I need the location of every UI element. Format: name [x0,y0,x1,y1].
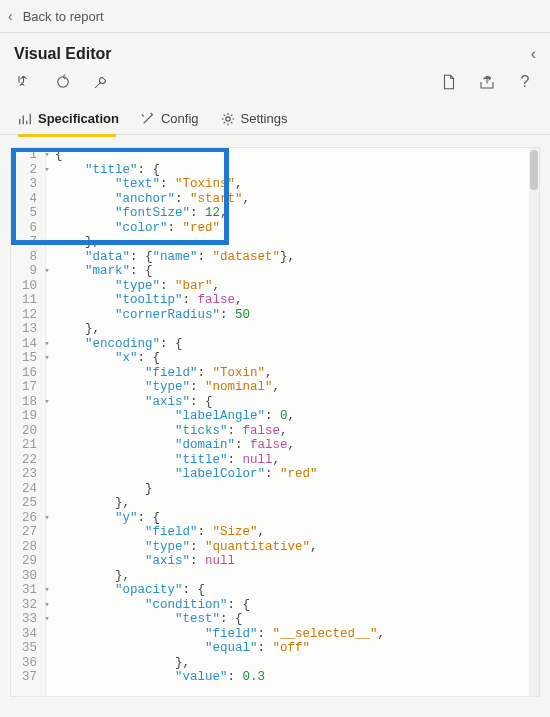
code-token-run: "text": "Toxins", [51,177,243,192]
code-line[interactable]: 26▾ "y": { [11,511,529,526]
fold-toggle-icon[interactable]: ▾ [43,163,51,178]
line-number: 15 [11,351,43,366]
code-line[interactable]: 11 "tooltip": false, [11,293,529,308]
tab-config[interactable]: Config [141,103,199,134]
code-line[interactable]: 37 "value": 0.3 [11,670,529,685]
code-line[interactable]: 32▾ "condition": { [11,598,529,613]
code-line[interactable]: 28 "type": "quantitative", [11,540,529,555]
fold-toggle-icon[interactable]: ▾ [43,337,51,352]
page-title: Visual Editor [14,45,112,63]
line-number: 17 [11,380,43,395]
collapse-chevron-icon[interactable]: ‹ [531,45,536,63]
active-tab-underline [18,134,116,137]
back-link[interactable]: Back to report [23,9,104,24]
code-line[interactable]: 31▾ "opacity": { [11,583,529,598]
code-line[interactable]: 25 }, [11,496,529,511]
code-line[interactable]: 27 "field": "Size", [11,525,529,540]
code-token-run: }, [51,322,100,337]
code-line[interactable]: 2▾ "title": { [11,163,529,178]
code-token-run: "y": { [51,511,160,526]
fold-toggle-icon[interactable]: ▾ [43,351,51,366]
new-spec-button[interactable] [438,71,460,93]
line-number: 21 [11,438,43,453]
code-editor[interactable]: 1▾{2▾ "title": {3 "text": "Toxins",4 "an… [10,147,540,697]
code-line[interactable]: 34 "field": "__selected__", [11,627,529,642]
code-line[interactable]: 16 "field": "Toxin", [11,366,529,381]
code-line[interactable]: 15▾ "x": { [11,351,529,366]
code-token-run: "test": { [51,612,243,627]
line-number: 27 [11,525,43,540]
tab-settings[interactable]: Settings [221,103,288,134]
code-line[interactable]: 3 "text": "Toxins", [11,177,529,192]
code-line[interactable]: 36 }, [11,656,529,671]
code-token-run: "ticks": false, [51,424,288,439]
fold-toggle-icon[interactable]: ▾ [43,511,51,526]
line-number: 19 [11,409,43,424]
code-token-run: { [51,148,63,163]
code-token-run: }, [51,235,100,250]
line-number: 11 [11,293,43,308]
line-number: 32 [11,598,43,613]
code-line[interactable]: 8 "data": {"name": "dataset"}, [11,250,529,265]
scrollbar-thumb[interactable] [530,150,538,190]
code-token-run: }, [51,656,190,671]
code-token-run: "data": {"name": "dataset"}, [51,250,295,265]
code-line[interactable]: 1▾{ [11,148,529,163]
code-token-run: "opacity": { [51,583,205,598]
code-line[interactable]: 22 "title": null, [11,453,529,468]
code-line[interactable]: 23 "labelColor": "red" [11,467,529,482]
line-number: 8 [11,250,43,265]
tab-label: Config [161,111,199,126]
line-number: 33 [11,612,43,627]
code-line[interactable]: 35 "equal": "off" [11,641,529,656]
code-line[interactable]: 24 } [11,482,529,497]
line-number: 24 [11,482,43,497]
fold-toggle-icon[interactable]: ▾ [43,395,51,410]
back-chevron-icon[interactable]: ‹ [8,8,13,24]
code-line[interactable]: 21 "domain": false, [11,438,529,453]
code-line[interactable]: 6 "color": "red" [11,221,529,236]
gear-icon [221,112,235,126]
code-line[interactable]: 17 "type": "nominal", [11,380,529,395]
code-line[interactable]: 19 "labelAngle": 0, [11,409,529,424]
fold-toggle-icon[interactable]: ▾ [43,612,51,627]
code-line[interactable]: 30 }, [11,569,529,584]
export-button[interactable] [476,71,498,93]
vertical-scrollbar[interactable] [529,148,539,696]
code-token-run: } [51,482,153,497]
code-line[interactable]: 7 }, [11,235,529,250]
line-number: 37 [11,670,43,685]
line-number: 5 [11,206,43,221]
code-line[interactable]: 10 "type": "bar", [11,279,529,294]
fold-toggle-icon[interactable]: ▾ [43,598,51,613]
code-line[interactable]: 12 "cornerRadius": 50 [11,308,529,323]
line-number: 12 [11,308,43,323]
code-line[interactable]: 5 "fontSize": 12, [11,206,529,221]
code-line[interactable]: 29 "axis": null [11,554,529,569]
fix-button[interactable] [90,71,112,93]
code-line[interactable]: 14▾ "encoding": { [11,337,529,352]
code-token-run: "color": "red" [51,221,220,236]
line-number: 18 [11,395,43,410]
apply-button[interactable] [14,71,36,93]
fold-toggle-icon[interactable]: ▾ [43,264,51,279]
code-line[interactable]: 4 "anchor": "start", [11,192,529,207]
line-number: 35 [11,641,43,656]
code-token-run: "axis": null [51,554,235,569]
fold-toggle-icon[interactable]: ▾ [43,583,51,598]
line-number: 30 [11,569,43,584]
help-button[interactable]: ? [514,71,536,93]
code-token-run: "x": { [51,351,160,366]
code-line[interactable]: 18▾ "axis": { [11,395,529,410]
code-line[interactable]: 20 "ticks": false, [11,424,529,439]
code-line[interactable]: 33▾ "test": { [11,612,529,627]
line-number: 22 [11,453,43,468]
reset-button[interactable] [52,71,74,93]
tab-specification[interactable]: Specification [18,103,119,134]
code-line[interactable]: 9▾ "mark": { [11,264,529,279]
code-area[interactable]: 1▾{2▾ "title": {3 "text": "Toxins",4 "an… [11,148,529,696]
fold-toggle-icon[interactable]: ▾ [43,148,51,163]
code-line[interactable]: 13 }, [11,322,529,337]
code-token-run: "field": "Size", [51,525,265,540]
code-token-run: "fontSize": 12, [51,206,228,221]
